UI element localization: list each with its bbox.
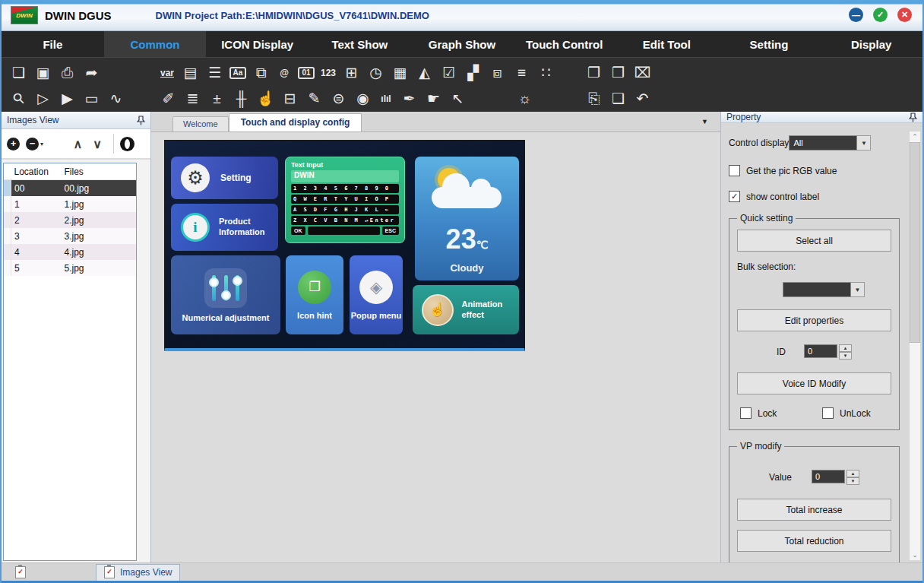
menu-common[interactable]: Common [104, 31, 207, 57]
undo-icon[interactable]: ↶ [633, 91, 652, 106]
icon-hint-tile[interactable]: ❐ Icon hint [286, 255, 343, 334]
cursor-move-icon[interactable]: ↖ [448, 91, 467, 106]
number-123-icon[interactable]: 123 [320, 68, 337, 78]
product-information-tile[interactable]: i Product Information [171, 204, 278, 251]
remove-options-caret-icon[interactable]: ▾ [40, 141, 43, 147]
voice-id-modify-button[interactable]: Voice ID Modify [737, 372, 891, 394]
disk-search-icon[interactable]: ◉ [353, 91, 372, 106]
vertical-slider-icon[interactable]: ╫ [232, 91, 251, 106]
menu-edit-tool[interactable]: Edit Tool [615, 31, 718, 57]
film-frames-icon[interactable]: ▤ [181, 65, 200, 80]
edit-properties-button[interactable]: Edit properties [737, 309, 891, 331]
text-input-value[interactable]: DWIN [291, 170, 399, 182]
hand-drag-icon[interactable]: ☛ [424, 91, 443, 106]
menu-setting[interactable]: Setting [718, 31, 821, 57]
gesture-draw-icon[interactable]: ✒ [400, 91, 419, 106]
dot-chart-icon[interactable]: ∷ [536, 65, 555, 80]
table-row[interactable]: 44.jpg [4, 244, 136, 260]
panel-tab-hidden[interactable]: ✓ [8, 564, 88, 580]
at-symbol-icon[interactable]: @ [276, 68, 293, 78]
copy-page-icon[interactable]: ❏ [609, 91, 628, 106]
clock-icon[interactable]: ◷ [366, 65, 385, 80]
spin-up-icon[interactable]: ▲ [839, 344, 852, 352]
control-display-combo[interactable]: All [789, 135, 857, 151]
text-display-icon[interactable]: Aa [229, 67, 246, 79]
vp-value[interactable]: 0 [812, 470, 845, 483]
scroll-down-icon[interactable]: ⌄ [912, 550, 918, 560]
animation-effect-tile[interactable]: ☝ Animation effect [413, 285, 519, 334]
tab-welcome[interactable]: Welcome [172, 116, 229, 131]
popup-menu-tile[interactable]: ◈ Popup menu [350, 255, 403, 334]
remove-image-button[interactable]: − [26, 138, 39, 151]
minimize-button[interactable]: — [849, 8, 863, 22]
video-play-icon[interactable]: ▶ [58, 91, 77, 106]
lock-checkbox[interactable] [740, 407, 752, 419]
duplicate-page-icon[interactable]: ⎘ [584, 91, 603, 106]
delete-icon[interactable]: ⌧ [633, 65, 652, 80]
binary-data-icon[interactable]: 01 [298, 67, 315, 79]
menu-display[interactable]: Display [820, 31, 922, 57]
table-row[interactable]: 11.jpg [4, 196, 136, 212]
menu-touch-control[interactable]: Touch Control [513, 31, 615, 57]
sliders-icon[interactable]: ☰ [205, 65, 224, 80]
play-icon[interactable]: ▷ [33, 91, 52, 106]
tab-touch-and-display-config[interactable]: Touch and display config [229, 113, 362, 131]
calendar-icon[interactable]: ▦ [391, 65, 410, 80]
menu-file[interactable]: File [2, 31, 104, 57]
audio-wave-icon[interactable]: ılıl [378, 94, 394, 103]
id-value[interactable]: 0 [804, 344, 837, 358]
brightness-icon[interactable]: ☼ [515, 91, 534, 106]
tab-list-dropdown-icon[interactable]: ▼ [701, 118, 708, 125]
new-file-icon[interactable]: ❏ [9, 65, 28, 80]
qr-code-icon[interactable]: ▞ [464, 65, 483, 80]
table-row[interactable]: 33.jpg [4, 228, 136, 244]
spin-up-icon[interactable]: ▲ [846, 470, 859, 477]
data-stack-icon[interactable]: ≡ [512, 65, 531, 80]
add-image-button[interactable]: + [7, 138, 20, 151]
plus-minus-icon[interactable]: ± [207, 91, 226, 106]
menu-graph-show[interactable]: Graph Show [411, 31, 514, 57]
screen-icon[interactable]: ▭ [82, 91, 101, 106]
numerical-adjustment-tile[interactable]: Numerical adjustment [171, 255, 280, 334]
property-scrollbar[interactable]: ⌃ ⌄ [909, 131, 921, 561]
image-display-icon[interactable]: ⧉ [252, 65, 271, 80]
weather-tile[interactable]: 23℃ Cloudy [415, 157, 519, 280]
get-pic-rgb-checkbox[interactable] [729, 165, 740, 176]
export-icon[interactable]: ➦ [82, 65, 101, 80]
form-touch-icon[interactable]: ☑ [439, 65, 458, 80]
curve-icon[interactable]: ∿ [106, 91, 125, 106]
copy-icon[interactable]: ❐ [584, 65, 603, 80]
move-down-button[interactable]: ∨ [93, 137, 102, 151]
move-up-button[interactable]: ∧ [74, 137, 83, 151]
spin-down-icon[interactable]: ▼ [846, 477, 859, 485]
scrollbar-thumb[interactable] [910, 142, 920, 343]
spin-down-icon[interactable]: ▼ [839, 352, 852, 360]
pencil-icon[interactable]: ✎ [305, 91, 324, 106]
chevron-down-icon[interactable]: ▼ [857, 135, 871, 151]
menu-icon-display[interactable]: ICON Display [206, 31, 309, 57]
text-input-tile[interactable]: Text Input DWIN 1 2 3 4 5 6 7 8 9 0Q W E… [285, 157, 405, 243]
hmi-canvas[interactable]: ⚙ Setting i Product Information Text Inp… [164, 140, 525, 351]
save-icon[interactable]: ▣ [33, 65, 52, 80]
show-control-label-checkbox[interactable]: ✓ [729, 191, 740, 202]
touch-press-icon[interactable]: ☝ [256, 91, 275, 106]
maximize-button[interactable]: ✓ [873, 8, 888, 22]
text-circle-icon[interactable]: ⊜ [329, 91, 348, 106]
shapes-overlay-icon[interactable]: ◭ [415, 65, 434, 80]
pin-icon[interactable] [909, 112, 917, 122]
bulk-selection-combo[interactable] [783, 282, 851, 297]
file-search-icon[interactable]: ⚲ [7, 87, 30, 110]
doc-value-icon[interactable]: ⊞ [342, 65, 361, 80]
table-row[interactable]: 0000.jpg [4, 180, 136, 197]
table-row[interactable]: 22.jpg [4, 212, 136, 228]
unlock-checkbox[interactable] [822, 407, 834, 419]
list-icon[interactable]: ≣ [183, 91, 202, 106]
table-edit-icon[interactable]: ⊟ [280, 91, 299, 106]
variable-icon[interactable]: var [159, 68, 176, 78]
preview-eye-button[interactable] [120, 137, 134, 151]
total-increase-button[interactable]: Total increase [737, 499, 891, 521]
paste-icon[interactable]: ❒ [609, 65, 628, 80]
pin-icon[interactable] [137, 116, 145, 125]
panel-tab-images-view[interactable]: ✓ Images View [96, 564, 180, 581]
menu-text-show[interactable]: Text Show [309, 31, 411, 57]
